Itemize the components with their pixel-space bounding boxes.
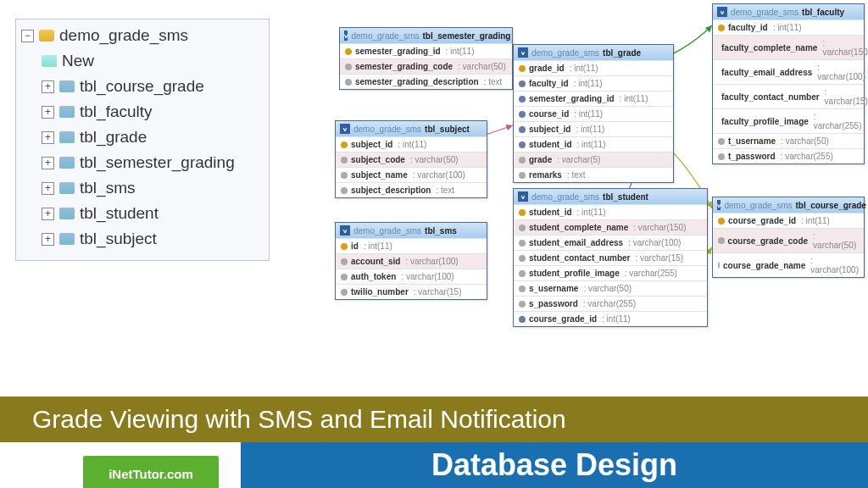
column-name: faculty_profile_image <box>721 117 809 126</box>
table-column[interactable]: faculty_contact_number: varchar(15) <box>713 84 864 108</box>
column-type: : varchar(100) <box>401 272 453 281</box>
table-student[interactable]: vdemo_grade_smstbl_studentstudent_id: in… <box>513 188 708 327</box>
tree-item[interactable]: +tbl_subject <box>21 226 264 252</box>
table-subject[interactable]: vdemo_grade_smstbl_subjectsubject_id: in… <box>335 120 487 198</box>
table-column[interactable]: id: int(11) <box>336 238 487 253</box>
tree-new[interactable]: New <box>21 48 264 74</box>
table-header[interactable]: vdemo_grade_smstbl_semester_grading <box>340 28 512 43</box>
column-name: semester_grading_id <box>355 47 441 56</box>
table-column[interactable]: t_password: varchar(255) <box>713 148 864 164</box>
table-column[interactable]: remarks: text <box>514 167 673 182</box>
table-header[interactable]: vdemo_grade_smstbl_sms <box>336 223 487 238</box>
table-column[interactable]: semester_grading_code: varchar(50) <box>340 58 512 74</box>
tree-root[interactable]: − demo_grade_sms <box>21 26 264 45</box>
table-column[interactable]: student_id: int(11) <box>514 136 673 152</box>
collapse-icon[interactable]: − <box>21 30 34 42</box>
table-name: tbl_grade <box>603 48 641 58</box>
tree-item[interactable]: +tbl_course_grade <box>21 74 264 99</box>
column-type: : varchar(255) <box>583 299 636 308</box>
table-column[interactable]: course_grade_code: varchar(50) <box>713 228 864 252</box>
table-column[interactable]: subject_id: int(11) <box>514 121 673 136</box>
expand-icon[interactable]: + <box>42 208 54 220</box>
table-faculty[interactable]: vdemo_grade_smstbl_facultyfaculty_id: in… <box>712 3 865 164</box>
key-icon <box>341 274 348 280</box>
table-column[interactable]: course_grade_id: int(11) <box>713 213 864 228</box>
table-column[interactable]: faculty_id: int(11) <box>514 75 673 91</box>
table-column[interactable]: faculty_id: int(11) <box>713 19 864 35</box>
table-column[interactable]: account_sid: varchar(100) <box>336 253 487 269</box>
key-icon <box>519 301 526 308</box>
table-column[interactable]: student_profile_image: varchar(255) <box>514 265 707 280</box>
table-sms[interactable]: vdemo_grade_smstbl_smsid: int(11)account… <box>335 222 487 300</box>
column-type: : int(11) <box>576 125 604 134</box>
table-column[interactable]: subject_code: varchar(50) <box>336 152 487 167</box>
table-column[interactable]: semester_grading_description: text <box>340 74 512 89</box>
table-column[interactable]: s_username: varchar(50) <box>514 280 707 296</box>
table-column[interactable]: subject_id: int(11) <box>336 136 487 152</box>
key-icon <box>345 48 352 55</box>
tree-item[interactable]: +tbl_grade <box>21 125 264 150</box>
expand-icon[interactable]: + <box>42 80 54 93</box>
column-type: : int(11) <box>577 208 606 217</box>
table-column[interactable]: course_grade_id: int(11) <box>514 311 707 326</box>
tree-item-label: tbl_faculty <box>80 103 153 121</box>
table-column[interactable]: t_username: varchar(50) <box>713 133 864 148</box>
key-icon <box>519 96 526 103</box>
table-column[interactable]: course_grade_name: varchar(100) <box>713 252 864 277</box>
tree-item-label: tbl_semester_grading <box>80 153 235 172</box>
table-column[interactable]: student_id: int(11) <box>514 204 707 219</box>
table-course-grade[interactable]: vdemo_grade_smstbl_course_gradecourse_gr… <box>712 197 865 278</box>
table-column[interactable]: twilio_number: varchar(15) <box>336 284 487 299</box>
table-header[interactable]: vdemo_grade_smstbl_faculty <box>713 4 864 19</box>
tree-item[interactable]: +tbl_semester_grading <box>21 150 264 175</box>
expand-icon[interactable]: + <box>42 182 54 195</box>
table-header[interactable]: vdemo_grade_smstbl_student <box>514 189 707 204</box>
table-column[interactable]: auth_token: varchar(100) <box>336 269 487 284</box>
column-name: remarks <box>529 170 562 180</box>
table-column[interactable]: semester_grading_id: int(11) <box>514 91 673 106</box>
key-icon <box>718 153 725 160</box>
column-name: student_profile_image <box>529 269 620 278</box>
tree-item[interactable]: +tbl_student <box>21 201 264 226</box>
key-icon <box>345 79 352 86</box>
column-name: student_email_address <box>529 238 623 247</box>
table-column[interactable]: s_password: varchar(255) <box>514 296 707 311</box>
table-name: tbl_course_grade <box>796 201 866 210</box>
column-name: grade_id <box>529 64 565 73</box>
table-prefix: demo_grade_sms <box>731 8 798 17</box>
column-name: student_id <box>529 208 572 217</box>
table-column[interactable]: subject_name: varchar(100) <box>336 167 487 182</box>
designer-icon: v <box>717 7 727 17</box>
tree-item[interactable]: +tbl_faculty <box>21 99 264 125</box>
expand-icon[interactable]: + <box>42 233 54 246</box>
table-header[interactable]: vdemo_grade_smstbl_subject <box>336 121 487 136</box>
table-column[interactable]: faculty_profile_image: varchar(255) <box>713 108 864 133</box>
column-type: : int(11) <box>398 140 426 149</box>
column-name: course_grade_id <box>728 216 796 225</box>
table-header[interactable]: vdemo_grade_smstbl_course_grade <box>713 197 864 213</box>
table-column[interactable]: student_email_address: varchar(100) <box>514 235 707 250</box>
table-column[interactable]: grade_id: int(11) <box>514 60 673 75</box>
column-name: faculty_id <box>728 23 768 32</box>
table-column[interactable]: student_contact_number: varchar(15) <box>514 250 707 265</box>
table-column[interactable]: faculty_complete_name: varchar(150) <box>713 35 864 59</box>
table-prefix: demo_grade_sms <box>353 226 421 236</box>
table-column[interactable]: student_complete_name: varchar(150) <box>514 219 707 235</box>
table-column[interactable]: subject_description: text <box>336 182 487 197</box>
table-name: tbl_subject <box>425 125 470 134</box>
expand-icon[interactable]: + <box>42 106 54 119</box>
column-type: : int(11) <box>570 64 598 73</box>
tree-item[interactable]: +tbl_sms <box>21 175 264 201</box>
expand-icon[interactable]: + <box>42 131 54 144</box>
banner-title-text: Grade Viewing with SMS and Email Notific… <box>32 405 566 434</box>
table-grade[interactable]: vdemo_grade_smstbl_gradegrade_id: int(11… <box>513 44 674 183</box>
table-column[interactable]: course_id: int(11) <box>514 106 673 121</box>
table-column[interactable]: grade: varchar(5) <box>514 152 673 167</box>
table-column[interactable]: semester_grading_id: int(11) <box>340 43 512 58</box>
expand-icon[interactable]: + <box>42 157 54 169</box>
table-header[interactable]: vdemo_grade_smstbl_grade <box>514 45 673 60</box>
key-icon <box>341 172 348 179</box>
column-name: faculty_contact_number <box>721 92 820 102</box>
table-semester-grading[interactable]: vdemo_grade_smstbl_semester_gradingsemes… <box>339 27 513 90</box>
table-column[interactable]: faculty_email_address: varchar(100) <box>713 59 864 84</box>
